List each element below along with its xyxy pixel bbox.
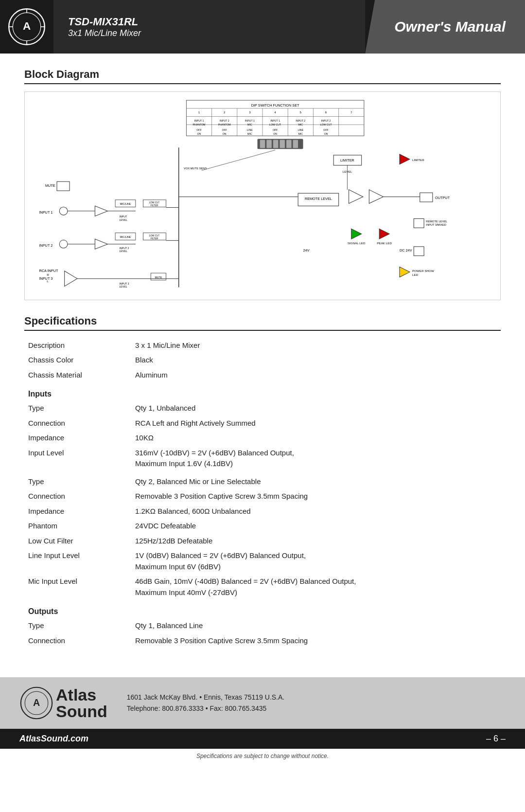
svg-text:INPUT 2: INPUT 2 <box>296 119 305 122</box>
specs-label: Line Input Level <box>24 548 131 574</box>
svg-text:MIC: MIC <box>247 123 252 126</box>
website-label: AtlasSound.com <box>19 734 88 744</box>
svg-text:24V: 24V <box>303 248 310 253</box>
svg-text:LINE: LINE <box>298 128 304 131</box>
specs-value: Removable 3 Position Captive Screw 3.5mm… <box>131 633 501 649</box>
header-logo: A <box>0 0 53 54</box>
footer-logo-icon: A <box>19 686 53 720</box>
svg-rect-116 <box>414 218 424 228</box>
svg-text:LOW CUT: LOW CUT <box>149 201 160 204</box>
svg-text:L: L <box>47 279 49 283</box>
svg-text:PHANTOM: PHANTOM <box>218 123 231 126</box>
specs-section-header-label: Outputs <box>24 600 501 618</box>
svg-text:DIP SWITCH FUNCTION SET: DIP SWITCH FUNCTION SET <box>251 103 299 108</box>
footer-address: 1601 Jack McKay Blvd. • Ennis, Texas 751… <box>127 692 284 704</box>
svg-text:INPUT 3/MIXED: INPUT 3/MIXED <box>426 223 446 226</box>
svg-text:OFF: OFF <box>196 128 201 131</box>
svg-text:MUTE: MUTE <box>155 276 162 279</box>
svg-text:OFF: OFF <box>323 128 328 131</box>
footer-phone: Telephone: 800.876.3333 • Fax: 800.765.3… <box>127 703 284 715</box>
specs-value: Aluminum <box>131 368 501 383</box>
specs-row: Chassis MaterialAluminum <box>24 368 501 383</box>
specs-section-header-label: Inputs <box>24 382 501 401</box>
main-content: Block Diagram DIP SWITCH FUNCTION SET 1 … <box>0 54 525 663</box>
svg-text:6: 6 <box>325 110 327 114</box>
specs-label: Impedance <box>24 431 131 446</box>
svg-text:LIMITER: LIMITER <box>412 158 424 162</box>
svg-text:OFF: OFF <box>222 128 227 131</box>
specs-label: Impedance <box>24 504 131 519</box>
svg-text:ON: ON <box>324 132 328 135</box>
specs-value: 316mV (-10dBV) = 2V (+6dBV) Balanced Out… <box>131 446 501 471</box>
svg-marker-96 <box>369 190 383 203</box>
svg-text:MUTE: MUTE <box>45 183 55 188</box>
specs-row: Mic Input Level46dB Gain, 10mV (-40dB) B… <box>24 574 501 600</box>
specifications-title: Specifications <box>24 315 501 331</box>
specs-row: Input Level316mV (-10dBV) = 2V (+6dBV) B… <box>24 446 501 471</box>
svg-text:RCA INPUT: RCA INPUT <box>39 269 58 273</box>
specs-value: Black <box>131 353 501 368</box>
svg-rect-103 <box>420 193 433 202</box>
manual-label: Owner's Manual <box>394 18 506 35</box>
specs-label: Connection <box>24 489 131 504</box>
specs-row: Line Input Level1V (0dBV) Balanced = 2V … <box>24 548 501 574</box>
specs-row: ConnectionRemovable 3 Position Captive S… <box>24 489 501 504</box>
block-diagram-title: Block Diagram <box>24 68 501 84</box>
svg-text:PHANTOM: PHANTOM <box>192 123 205 126</box>
svg-marker-68 <box>95 239 107 249</box>
specs-value: 24VDC Defeatable <box>131 519 501 534</box>
specs-value: 10KΩ <box>131 431 501 446</box>
svg-text:LOW CUT: LOW CUT <box>269 123 281 126</box>
footer-brand: Atlas Sound <box>56 686 107 720</box>
block-diagram-svg: DIP SWITCH FUNCTION SET 1 2 3 4 5 6 7 IN… <box>34 99 491 292</box>
specs-value: Qty 1, Unbalanced <box>131 401 501 416</box>
specs-label: Description <box>24 338 131 353</box>
specs-label: Type <box>24 471 131 489</box>
svg-text:MIC/LINE: MIC/LINE <box>120 202 131 205</box>
specs-label: Type <box>24 618 131 633</box>
svg-marker-113 <box>400 267 410 277</box>
page-header: A TSD-MIX31RL 3x1 Mic/Line Mixer Owner's… <box>0 0 525 54</box>
specs-label: Phantom <box>24 519 131 534</box>
specs-label: Input Level <box>24 446 131 471</box>
svg-text:7: 7 <box>350 110 352 114</box>
footer: A Atlas Sound 1601 Jack McKay Blvd. • En… <box>0 677 525 729</box>
svg-text:SIGNAL LED: SIGNAL LED <box>348 241 366 245</box>
svg-text:2: 2 <box>224 110 226 114</box>
specs-label: Connection <box>24 416 131 431</box>
svg-text:LOW CUT: LOW CUT <box>149 235 160 237</box>
product-subtitle: 3x1 Mic/Line Mixer <box>68 28 350 38</box>
specifications-table: Description3 x 1 Mic/Line MixerChassis C… <box>24 338 501 649</box>
svg-text:R: R <box>47 273 49 276</box>
svg-marker-80 <box>65 271 77 286</box>
svg-text:INPUT: INPUT <box>119 215 127 218</box>
svg-text:INPUT 2: INPUT 2 <box>39 243 52 248</box>
svg-text:INPUT 2: INPUT 2 <box>220 119 229 122</box>
svg-text:LEVEL: LEVEL <box>119 250 127 253</box>
svg-text:LOW CUT: LOW CUT <box>320 123 332 126</box>
svg-point-66 <box>59 240 68 248</box>
svg-text:LED: LED <box>412 273 419 276</box>
svg-text:1: 1 <box>198 110 200 114</box>
svg-text:OUTPUT: OUTPUT <box>435 196 450 200</box>
svg-text:FILTER: FILTER <box>151 204 158 207</box>
svg-text:ON: ON <box>273 132 277 135</box>
svg-text:INPUT 2: INPUT 2 <box>321 119 331 122</box>
svg-rect-51 <box>293 140 298 148</box>
specs-section-header: Outputs <box>24 600 501 618</box>
svg-rect-49 <box>280 140 285 148</box>
atlas-logo-icon: A <box>7 7 46 46</box>
specs-value: 1V (0dBV) Balanced = 2V (+6dBV) Balanced… <box>131 548 501 574</box>
svg-rect-112 <box>414 247 424 256</box>
svg-line-86 <box>202 150 275 170</box>
specs-value: RCA Left and Right Actively Summed <box>131 416 501 431</box>
svg-rect-46 <box>260 140 265 148</box>
disclaimer: Specifications are subject to change wit… <box>0 749 525 763</box>
svg-text:INPUT 2: INPUT 2 <box>119 247 129 250</box>
svg-text:4: 4 <box>274 110 276 114</box>
specs-label: Chassis Material <box>24 368 131 383</box>
svg-text:REMOTE LEVEL: REMOTE LEVEL <box>305 197 332 201</box>
specs-label: Type <box>24 401 131 416</box>
svg-marker-106 <box>351 229 362 239</box>
svg-text:3: 3 <box>249 110 251 114</box>
